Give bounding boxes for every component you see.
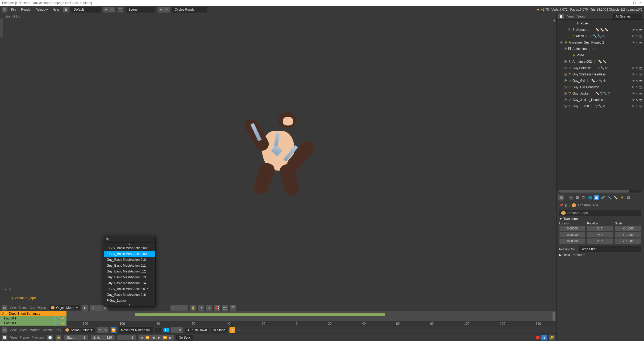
tab-world[interactable]: 🌐 [587,195,593,200]
play-reverse-button[interactable]: ◀ [150,335,156,340]
fake-user-button[interactable]: F [164,328,169,332]
layout-add-button[interactable]: + [103,7,109,12]
popup-scroll-down[interactable]: ▼ [104,304,155,306]
expand-icon[interactable]: + [564,79,567,82]
transform-panel-header[interactable]: ▼Transform [559,216,641,222]
visibility-icon[interactable] [632,28,635,32]
channel-row[interactable]: Foot IK.l [0,316,66,321]
scene-add-button[interactable]: + [158,7,164,12]
outliner-tree[interactable]: 🧍 Pose+ 🧍 Armature|🦴🦴🦴+ ▽ Mesh|▽🔧🔧⚙– 🧍 A… [557,20,644,190]
expand-icon[interactable]: + [564,67,567,69]
tl-view-menu[interactable]: View [10,336,17,339]
expand-icon[interactable]: + [564,92,567,95]
shading-sphere-icon[interactable]: ◐ [82,305,88,311]
visibility-icon[interactable] [632,66,635,70]
outliner-row[interactable]: + ▽ Guy_Girl.Headless [557,84,644,90]
manipulator-icon[interactable]: ↔ [96,305,102,311]
ds-key-menu[interactable]: Key [56,328,61,332]
outliner-row[interactable]: + 🧍 Armature|🦴🦴🦴 [557,27,644,33]
action-search-input[interactable] [111,237,153,241]
selectable-icon[interactable] [636,85,638,89]
expand-icon[interactable]: + [568,35,570,37]
scl-x[interactable]: X: 1.000 [615,225,641,231]
expand-icon[interactable]: + [564,48,567,50]
popup-scroll-up[interactable]: ▲ [104,242,155,245]
selectable-icon[interactable] [636,98,638,102]
tab-render-layers[interactable]: 🖼 [575,195,580,200]
insert-keyframe-button[interactable]: 🔑 [549,335,555,340]
action-popup-item[interactable]: 0 Guy_Basic MeshAction.008 [104,245,155,251]
action-users[interactable]: 2 [155,328,161,333]
push-down-button[interactable]: ⬇ Push Down [185,328,209,333]
screen-layout-icon[interactable]: ⊞ [63,7,69,12]
visibility-icon[interactable] [632,34,635,38]
lock-range-icon[interactable]: 🔒 [56,335,61,340]
tab-data[interactable]: 🦴 [613,195,618,200]
nla-cube-icon[interactable]: ■ [229,327,235,333]
outliner-row[interactable]: + ▽ Mesh|▽🔧🔧⚙ [557,33,644,39]
expand-icon[interactable]: + [568,28,570,31]
dopesheet-timeline[interactable]: -120-100-80-60-40-20020406080100120140 [66,311,556,326]
renderable-icon[interactable] [639,28,642,32]
rot-y[interactable]: Y: 0° [587,232,613,238]
dopesheet-summary-row[interactable]: ▽🔑 Dope Sheet Summary [0,311,66,316]
screen-layout-field[interactable]: Default [71,7,101,12]
tab-render[interactable]: 📷 [568,195,574,200]
action-popup-item[interactable]: F Guy_Leave [104,298,155,304]
outliner-row[interactable]: + ▽ Guy_Jacket_Headless [557,97,644,103]
visibility-icon[interactable] [632,98,635,102]
autokey-record-icon[interactable] [536,336,540,339]
outliner-hscroll[interactable] [559,190,642,193]
view3d-add-menu[interactable]: Add [30,306,35,310]
action-popup-item[interactable]: 0 Guy_Basic MeshAction.009 [104,251,155,257]
ds-view-menu[interactable]: View [10,328,16,332]
dopesheet-vscroll[interactable] [553,312,555,321]
breadcrumb-object[interactable]: Armature_Ape [578,203,598,207]
expand-icon[interactable]: + [564,73,567,76]
opengl-anim-icon[interactable]: 🎬 [230,305,236,311]
keying-set-dropdown[interactable]: ◆ [541,335,547,340]
expand-icon[interactable]: + [564,60,567,63]
file-menu[interactable]: File [10,7,17,12]
scene-icon[interactable]: 🎬 [118,7,123,12]
renderable-icon[interactable] [639,85,642,89]
outliner-row[interactable]: + ▽ Guy_T.Shirt|▽🔧⚙ [557,103,644,109]
visibility-icon[interactable] [632,41,635,44]
selectable-icon[interactable] [636,34,638,38]
opengl-render-icon[interactable]: 📷 [222,305,228,311]
snap-icon[interactable]: 🧲 [214,305,220,311]
maximize-button[interactable]: ☐ [633,1,636,5]
outliner-row[interactable]: + ▽ Guy Shirtless|▽🔧⚙ [557,65,644,71]
renderable-icon[interactable] [639,41,642,44]
tab-modifiers[interactable]: 🔧 [607,195,612,200]
action-add-button[interactable]: + [171,327,177,333]
delta-transform-header[interactable]: ▶Delta Transform [559,252,641,258]
mode-dropdown[interactable]: Object Mode [49,305,80,310]
end-frame-field[interactable]: End:110 [91,335,115,340]
lock-camera-icon[interactable]: 🔒 [190,305,196,311]
layout-remove-button[interactable]: ✕ [109,7,115,12]
editor-type-3dview[interactable]: ▧ [2,305,7,311]
tab-object[interactable]: ▣ [594,195,599,200]
outliner-row[interactable]: + 🎞 Animation|≣ [557,46,644,52]
renderable-icon[interactable] [639,73,642,76]
pin-icon[interactable]: 📌 [559,203,563,207]
outliner-row[interactable]: + ▽ Guy Shirtless.Headless [557,71,644,78]
visibility-icon[interactable] [632,79,635,83]
expand-icon[interactable]: + [564,99,567,101]
collapse-icon[interactable]: – [560,41,563,44]
selectable-icon[interactable] [636,79,638,83]
ds-updown-icon[interactable]: ⇅ [103,327,108,333]
object-name-field[interactable]: Armature_Ape [559,210,641,216]
properties-shelf-toggle[interactable]: + [553,18,556,24]
visibility-icon[interactable] [632,104,635,108]
view3d-object-menu[interactable]: Object [37,306,47,310]
outliner-row[interactable]: + ▽ Guy_Jacket|🦴▽🔧⚙ [557,90,644,97]
outliner-row[interactable]: – 🧍 Armature_Guy_Rigged 2 [557,39,644,46]
selectable-icon[interactable] [636,73,638,76]
visibility-icon[interactable] [632,92,635,95]
window-menu[interactable]: Window [35,7,49,12]
editor-type-outliner[interactable]: 📋 [558,14,564,19]
expand-icon[interactable]: + [564,86,567,88]
renderable-icon[interactable] [639,79,642,83]
